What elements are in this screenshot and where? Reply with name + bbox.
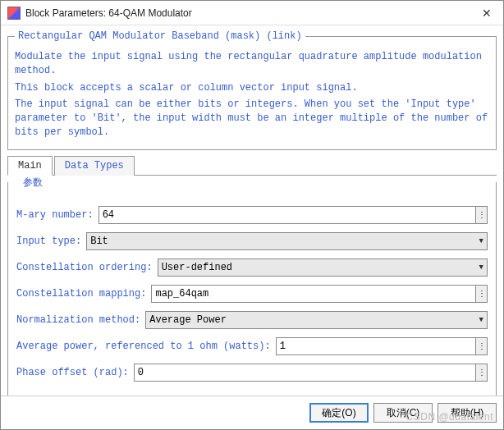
description-text-3: The input signal can be either bits or i… [15, 98, 489, 139]
params-box: 参数 M-ary number: ⋮ Input type: Bit ▼ [7, 176, 497, 396]
tab-bar: Main Data Types [7, 155, 497, 176]
params-legend: 参数 [20, 176, 46, 190]
titlebar: Block Parameters: 64-QAM Modulator ✕ [1, 1, 503, 25]
footer: 确定(O) 取消(C) 帮助(H) CSDN @ddatalent [1, 396, 503, 429]
label-phase: Phase offset (rad): [16, 367, 129, 378]
description-text-1: Modulate the input signal using the rect… [15, 50, 489, 78]
description-text-2: This block accepts a scalar or column ve… [15, 81, 489, 95]
chevron-down-icon: ▼ [479, 316, 483, 324]
window-title: Block Parameters: 64-QAM Modulator [25, 7, 477, 19]
ok-button[interactable]: 确定(O) [309, 403, 369, 423]
row-norm: Normalization method: Average Power ▼ [16, 311, 488, 329]
input-phase[interactable] [134, 364, 476, 382]
help-button[interactable]: 帮助(H) [438, 403, 497, 423]
label-avg-power: Average power, referenced to 1 ohm (watt… [16, 341, 271, 352]
cancel-button[interactable]: 取消(C) [373, 403, 433, 423]
row-avg-power: Average power, referenced to 1 ohm (watt… [16, 337, 488, 355]
chevron-down-icon: ▼ [479, 237, 483, 245]
row-phase: Phase offset (rad): ⋮ [16, 364, 488, 382]
row-ordering: Constellation ordering: User-defined ▼ [16, 258, 488, 277]
description-box: Rectangular QAM Modulator Baseband (mask… [7, 30, 497, 150]
input-mary[interactable] [99, 206, 476, 224]
more-phase-icon[interactable]: ⋮ [476, 364, 488, 382]
label-ordering: Constellation ordering: [16, 262, 153, 273]
select-ordering[interactable]: User-defined ▼ [158, 258, 488, 277]
select-input-type-value: Bit [90, 236, 108, 247]
more-mary-icon[interactable]: ⋮ [476, 206, 488, 224]
tab-data-types[interactable]: Data Types [54, 156, 135, 176]
select-norm[interactable]: Average Power ▼ [145, 311, 488, 329]
more-avg-power-icon[interactable]: ⋮ [476, 337, 488, 355]
close-icon[interactable]: ✕ [477, 7, 497, 20]
chevron-down-icon: ▼ [479, 263, 483, 272]
row-input-type: Input type: Bit ▼ [16, 232, 488, 250]
label-input-type: Input type: [16, 236, 81, 247]
description-legend: Rectangular QAM Modulator Baseband (mask… [15, 30, 305, 42]
select-norm-value: Average Power [149, 314, 227, 326]
row-mapping: Constellation mapping: ⋮ [16, 285, 488, 303]
label-mapping: Constellation mapping: [16, 288, 146, 300]
select-input-type[interactable]: Bit ▼ [86, 232, 488, 250]
row-mary: M-ary number: ⋮ [16, 206, 488, 224]
content-area: Rectangular QAM Modulator Baseband (mask… [1, 25, 503, 396]
dialog-window: Block Parameters: 64-QAM Modulator ✕ Rec… [0, 0, 504, 430]
label-mary: M-ary number: [16, 209, 94, 221]
input-mapping[interactable] [151, 285, 476, 303]
more-mapping-icon[interactable]: ⋮ [476, 285, 488, 303]
label-norm: Normalization method: [16, 314, 140, 326]
app-icon [7, 7, 21, 20]
input-avg-power[interactable] [276, 337, 476, 355]
select-ordering-value: User-defined [162, 262, 232, 273]
tab-main[interactable]: Main [7, 156, 53, 176]
